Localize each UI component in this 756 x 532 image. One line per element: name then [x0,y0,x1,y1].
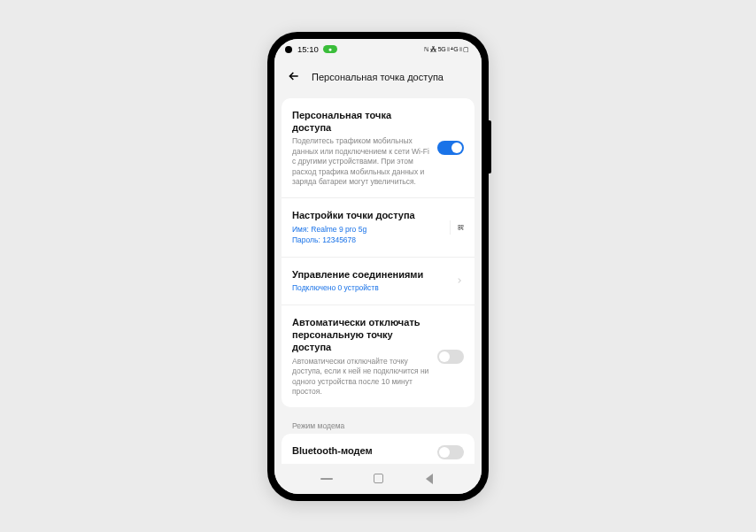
bluetooth-toggle[interactable] [437,445,464,459]
phone-frame: 15:10 ● ℕ ⁂ 5G ⫴ ⁴G ⫴ ▢ Персональная точ… [267,32,489,501]
nav-recent[interactable] [320,472,334,486]
camera-hole [285,46,292,53]
content[interactable]: Персональная точка доступа Поделитесь тр… [274,95,482,464]
nav-home[interactable] [371,472,385,486]
screen: 15:10 ● ℕ ⁂ 5G ⫴ ⁴G ⫴ ▢ Персональная точ… [274,39,482,494]
svg-rect-0 [459,225,460,227]
svg-rect-2 [459,228,460,230]
hotspot-name: Имя: Realme 9 pro 5g [292,225,443,235]
status-bar: 15:10 ● ℕ ⁂ 5G ⫴ ⁴G ⫴ ▢ [274,39,482,60]
back-button[interactable] [287,69,301,86]
header: Персональная точка доступа [274,60,482,95]
svg-rect-4 [462,229,463,230]
hotspot-settings-row[interactable]: Настройки точки доступа Имя: Realme 9 pr… [282,197,474,256]
chevron-right-icon [455,274,464,288]
status-time: 15:10 [297,44,319,54]
bluetooth-title: Bluetooth-модем [292,444,430,457]
hotspot-desc: Поделитесь трафиком мобильных данных или… [292,136,430,187]
status-pill: ● [323,45,337,53]
hotspot-settings-title: Настройки точки доступа [292,209,443,221]
hotspot-toggle[interactable] [437,141,464,155]
hotspot-card: Персональная точка доступа Поделитесь тр… [282,98,474,408]
modem-section-label: Режим модема [282,414,474,434]
qr-icon[interactable] [450,220,464,235]
connections-row[interactable]: Управление соединениями Подключено 0 уст… [282,257,474,305]
auto-off-title: Автоматически отключать персональную точ… [292,316,430,354]
status-icons: ℕ ⁂ 5G ⫴ ⁴G ⫴ ▢ [424,46,469,53]
auto-off-toggle[interactable] [437,350,464,364]
svg-rect-3 [461,228,462,229]
connections-title: Управление соединениями [292,268,448,281]
bluetooth-card: Bluetooth-модем [282,434,474,463]
page-title: Персональная точка доступа [312,72,444,82]
hotspot-title: Персональная точка доступа [292,109,430,135]
hotspot-password: Пароль: 12345678 [292,235,443,246]
auto-off-row[interactable]: Автоматически отключать персональную точ… [282,305,474,408]
svg-rect-1 [461,225,463,227]
auto-off-desc: Автоматически отключайте точку доступа, … [292,357,430,397]
bluetooth-row[interactable]: Bluetooth-модем [282,434,474,463]
nav-back[interactable] [422,472,436,486]
hotspot-row[interactable]: Персональная точка доступа Поделитесь тр… [282,98,474,198]
nav-bar [274,464,482,494]
connections-sub: Подключено 0 устройств [292,283,448,294]
